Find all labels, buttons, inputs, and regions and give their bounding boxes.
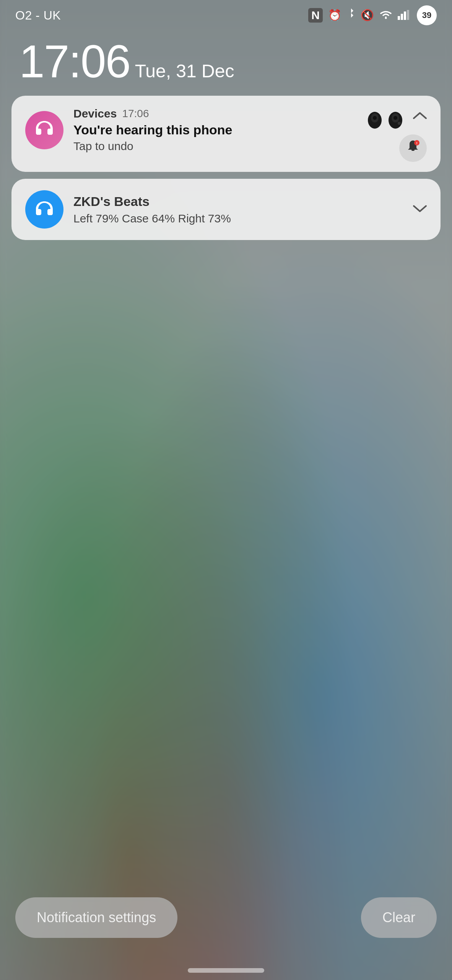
svg-rect-4 bbox=[407, 10, 409, 20]
clear-button[interactable]: Clear bbox=[361, 897, 437, 938]
svg-point-11 bbox=[398, 122, 401, 125]
status-bar: O2 - UK N ⏰ 🔇 bbox=[0, 0, 452, 31]
svg-rect-12 bbox=[411, 149, 415, 151]
svg-rect-2 bbox=[401, 14, 403, 20]
bell-icon: ! bbox=[406, 140, 419, 157]
mute-icon: 🔇 bbox=[361, 10, 374, 21]
screen: O2 - UK N ⏰ 🔇 bbox=[0, 0, 452, 980]
bluetooth-icon bbox=[347, 8, 355, 23]
content-spacer bbox=[0, 240, 452, 897]
svg-point-7 bbox=[373, 116, 377, 120]
headphone-icon-2 bbox=[34, 200, 54, 219]
notif-2-chevron-down[interactable] bbox=[413, 204, 427, 214]
notif-1-body: Tap to undo bbox=[73, 140, 427, 153]
svg-rect-3 bbox=[404, 11, 406, 20]
notif-2-app-name: ZKD's Beats bbox=[73, 194, 399, 209]
svg-point-0 bbox=[385, 17, 387, 19]
nfc-icon: N bbox=[308, 8, 323, 23]
notif-2-content: ZKD's Beats Left 79% Case 64% Right 73% bbox=[73, 194, 399, 225]
notification-bell-button[interactable]: ! bbox=[399, 134, 427, 162]
notification-2[interactable]: ZKD's Beats Left 79% Case 64% Right 73% bbox=[11, 179, 441, 240]
signal-icon bbox=[398, 9, 411, 22]
earbuds-image bbox=[364, 104, 406, 136]
bottom-buttons: Notification settings Clear bbox=[0, 897, 452, 961]
svg-point-10 bbox=[393, 116, 397, 120]
notif-1-icon bbox=[25, 111, 63, 149]
svg-text:!: ! bbox=[416, 141, 418, 145]
battery-level: 39 bbox=[417, 5, 437, 25]
svg-rect-1 bbox=[398, 16, 400, 20]
clock-area: 17:06 Tue, 31 Dec bbox=[0, 31, 452, 96]
notif-1-time: 17:06 bbox=[122, 108, 149, 120]
wifi-icon bbox=[379, 10, 392, 21]
alarm-icon: ⏰ bbox=[328, 10, 341, 21]
notif-1-app-name: Devices bbox=[73, 107, 117, 120]
notif-2-header: ZKD's Beats Left 79% Case 64% Right 73% bbox=[25, 190, 427, 229]
clock-time: 17:06 bbox=[19, 36, 130, 87]
headphone-icon bbox=[34, 119, 54, 142]
notif-1-chevron-up[interactable] bbox=[413, 107, 427, 123]
notification-1[interactable]: Devices 17:06 You're hearing this phone … bbox=[11, 96, 441, 172]
notif-2-body: Left 79% Case 64% Right 73% bbox=[73, 212, 399, 225]
clock-date: Tue, 31 Dec bbox=[135, 61, 234, 81]
notifications-area: Devices 17:06 You're hearing this phone … bbox=[0, 96, 452, 240]
status-icons: N ⏰ 🔇 bbox=[308, 5, 437, 25]
notification-settings-button[interactable]: Notification settings bbox=[15, 897, 177, 938]
home-pill bbox=[188, 968, 264, 973]
carrier-label: O2 - UK bbox=[15, 8, 61, 23]
notif-2-icon bbox=[25, 190, 63, 229]
home-indicator bbox=[0, 961, 452, 980]
